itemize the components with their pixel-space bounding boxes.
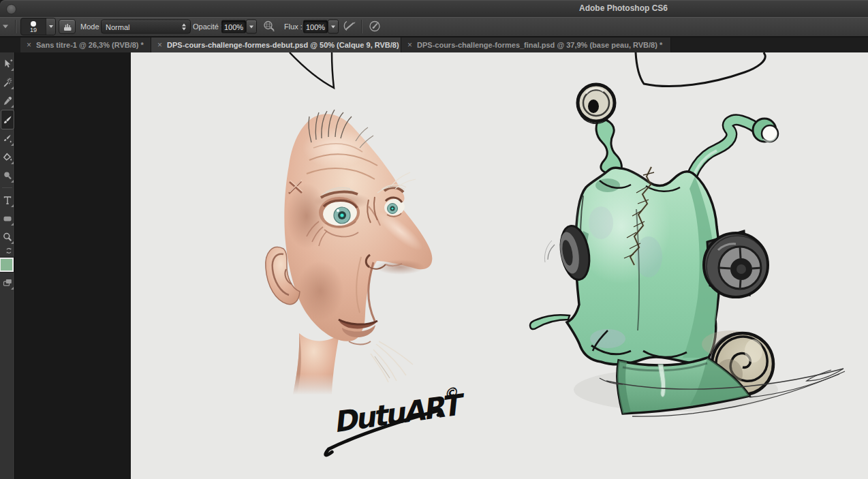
opacity-input[interactable]: 100%: [221, 20, 246, 33]
tool-preset-picker-arrow-icon[interactable]: [3, 25, 8, 29]
close-tab-icon[interactable]: ×: [157, 42, 162, 48]
monster-left-eye: [578, 84, 615, 123]
magic-wand-icon: [2, 77, 13, 88]
move-tool-icon: [2, 59, 13, 69]
zoom-tool-icon: [2, 232, 13, 243]
canvas-artwork: DutuART ©: [131, 52, 868, 479]
airbrush-icon: [342, 19, 357, 33]
tool-options-bar: 19 Mode : Normal Opacité : 100%: [0, 17, 868, 37]
type-tool-icon: [2, 195, 13, 206]
swap-colors-icon: [5, 247, 13, 255]
brush-preset-arrow[interactable]: [46, 18, 55, 35]
opacity-label: Opacité :: [193, 22, 223, 31]
flow-input[interactable]: 100%: [303, 20, 328, 33]
brush-preset-picker[interactable]: 19: [20, 18, 56, 35]
tab-label: DPS-cours-challenge-formes-debut.psd @ 5…: [167, 41, 399, 49]
flow-label: Flux :: [284, 22, 303, 31]
separator: [15, 20, 16, 33]
shape-tool[interactable]: [0, 209, 14, 228]
document-tab-bar: × Sans titre-1 @ 26,3% (RVB/8) * × DPS-c…: [0, 36, 868, 52]
tab-label: Sans titre-1 @ 26,3% (RVB/8) *: [36, 41, 144, 49]
paint-bucket-tool[interactable]: [0, 148, 14, 166]
dodge-tool[interactable]: [0, 166, 14, 185]
close-tab-icon[interactable]: ×: [407, 42, 412, 48]
tab-label: DPS-cours-challenge-formes_final.psd @ 3…: [417, 41, 662, 49]
close-tab-icon[interactable]: ×: [27, 42, 31, 48]
tools-palette: [0, 52, 15, 479]
toolbar-divider: [2, 187, 12, 188]
brush-tip-icon: [31, 21, 36, 27]
title-bar: Adobe Photoshop CS6: [0, 0, 868, 18]
green-monster: [530, 84, 845, 416]
pressure-size-toggle[interactable]: [368, 18, 383, 35]
flow-dropdown-button[interactable]: [328, 20, 339, 34]
screen-mode-icon: [2, 277, 13, 288]
blend-mode-select[interactable]: Normal: [101, 20, 191, 34]
window-title: Adobe Photoshop CS6: [576, 0, 671, 17]
brush-panel-icon: [62, 21, 73, 32]
brush-tool-icon: [2, 114, 13, 125]
zoom-tool[interactable]: [0, 228, 14, 246]
separator: [361, 20, 362, 33]
toggle-brush-panel-button[interactable]: [59, 19, 76, 34]
caricature-portrait: [266, 110, 433, 397]
blend-mode-value: Normal: [106, 22, 182, 31]
left-bolt: [544, 223, 593, 282]
pressure-size-icon: [368, 18, 383, 33]
document-canvas[interactable]: DutuART ©: [131, 52, 868, 479]
tab-formes-debut[interactable]: × DPS-cours-challenge-formes-debut.psd @…: [151, 37, 401, 52]
window-control-button[interactable]: [6, 4, 16, 14]
opacity-dropdown-button[interactable]: [246, 20, 257, 34]
pressure-opacity-toggle[interactable]: [262, 19, 276, 34]
pressure-opacity-icon: [262, 19, 276, 33]
move-tool[interactable]: [0, 55, 14, 73]
dodge-tool-icon: [2, 170, 13, 181]
screen-mode-button[interactable]: [0, 273, 14, 292]
type-tool[interactable]: [0, 191, 14, 209]
select-arrows-icon: [182, 23, 186, 30]
eyedropper-tool[interactable]: [0, 91, 14, 110]
mixer-brush-icon: [2, 134, 13, 144]
magic-wand-tool[interactable]: [0, 73, 14, 91]
right-bolt: [704, 231, 768, 297]
rounded-rectangle-icon: [2, 213, 13, 224]
foreground-color-swatch[interactable]: [0, 258, 14, 272]
eyedropper-icon: [2, 95, 13, 106]
photoshop-window: Adobe Photoshop CS6 19 Mode : Normal Opa…: [0, 0, 868, 479]
mixer-brush-tool[interactable]: [0, 129, 14, 148]
airbrush-toggle[interactable]: [342, 19, 357, 34]
brush-size-value: 19: [30, 27, 37, 33]
pasteboard: [16, 52, 131, 479]
tab-sans-titre[interactable]: × Sans titre-1 @ 26,3% (RVB/8) *: [20, 37, 151, 52]
mode-label: Mode :: [80, 22, 104, 31]
brush-tool[interactable]: [1, 110, 14, 129]
swap-colors-button[interactable]: [0, 246, 14, 256]
paint-bucket-icon: [2, 152, 13, 163]
tab-formes-final[interactable]: × DPS-cours-challenge-formes_final.psd @…: [401, 37, 671, 52]
speech-tail-sketch: [290, 52, 765, 88]
